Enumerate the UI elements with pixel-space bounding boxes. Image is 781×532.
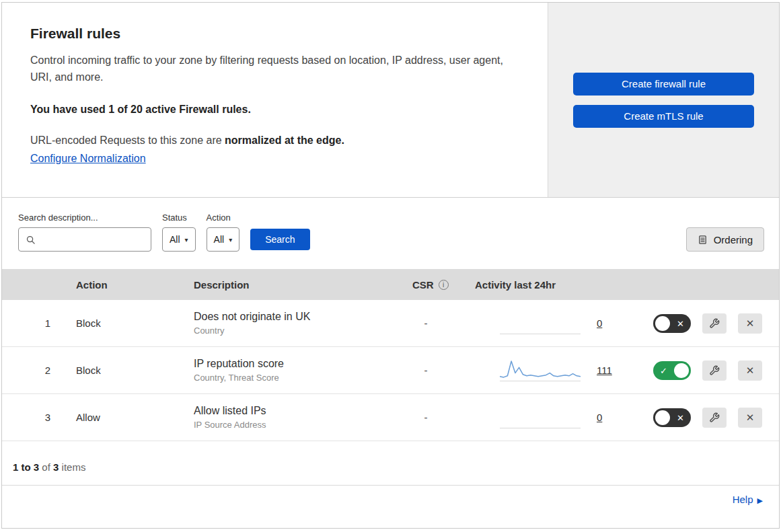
pagination-summary: 1 to 3 of 3 items	[2, 441, 779, 486]
normalization-bold: normalized at the edge.	[225, 135, 344, 146]
header-text-block: Firewall rules Control incoming traffic …	[2, 3, 548, 197]
ordering-button[interactable]: Ordering	[686, 227, 764, 252]
rule-criteria: Country, Threat Score	[194, 373, 396, 383]
firewall-rules-card: Firewall rules Control incoming traffic …	[1, 2, 780, 529]
help-link[interactable]: Help▶	[733, 494, 763, 505]
rule-activity-cell: 0	[456, 312, 624, 334]
close-icon: ✕	[746, 365, 755, 377]
wrench-icon	[709, 318, 720, 329]
rule-action: Allow	[63, 412, 180, 423]
toggle-knob	[655, 316, 670, 331]
rule-enabled-toggle[interactable]: ✕	[653, 408, 691, 427]
search-box[interactable]	[18, 227, 151, 252]
activity-sparkline	[500, 406, 581, 428]
chevron-down-icon: ▾	[229, 236, 232, 243]
rule-description: Allow listed IPs	[194, 405, 396, 417]
items-of-text: of	[39, 461, 53, 473]
action-filter-group: Action All ▾	[207, 213, 240, 252]
create-firewall-rule-button[interactable]: Create firewall rule	[573, 73, 754, 96]
help-arrow-icon: ▶	[757, 496, 763, 504]
rule-csr: -	[396, 317, 456, 329]
toggle-state-icon: ✕	[677, 319, 684, 328]
column-header-description: Description	[180, 279, 396, 291]
rule-description-cell: Does not originate in UK Country	[180, 311, 396, 336]
normalization-note: URL-encoded Requests to this zone are no…	[30, 135, 521, 147]
wrench-icon	[709, 365, 720, 376]
table-row: 1 Block Does not originate in UK Country…	[2, 300, 779, 347]
rule-enabled-toggle[interactable]: ✓	[653, 361, 691, 380]
activity-sparkline	[500, 312, 581, 334]
close-icon: ✕	[746, 412, 755, 424]
activity-count-link[interactable]: 0	[597, 317, 602, 329]
filter-bar: Search description... Status All ▾ Actio…	[2, 198, 779, 269]
search-group: Search description...	[18, 213, 151, 252]
activity-count-link[interactable]: 111	[597, 365, 612, 376]
edit-rule-button[interactable]	[702, 313, 727, 334]
rule-criteria: IP Source Address	[194, 420, 396, 430]
chevron-down-icon: ▾	[185, 236, 188, 243]
column-header-activity: Activity last 24hr	[456, 279, 624, 291]
header-actions-panel: Create firewall rule Create mTLS rule	[548, 3, 779, 197]
rule-activity-cell: 0	[456, 406, 624, 428]
search-input[interactable]	[40, 233, 144, 245]
close-icon: ✕	[746, 317, 755, 330]
status-dropdown-value: All	[170, 234, 180, 245]
column-header-action: Action	[63, 279, 180, 291]
rule-priority: 1	[2, 317, 63, 329]
csr-header-label: CSR	[412, 279, 434, 291]
rule-action: Block	[63, 365, 180, 376]
rule-csr: -	[396, 412, 456, 423]
search-button[interactable]: Search	[250, 229, 309, 250]
rule-priority: 2	[2, 365, 63, 376]
usage-summary: You have used 1 of 20 active Firewall ru…	[30, 104, 521, 116]
toggle-state-icon: ✓	[660, 366, 667, 375]
edit-rule-button[interactable]	[702, 360, 727, 381]
rule-description-cell: Allow listed IPs IP Source Address	[180, 405, 396, 430]
page-title: Firewall rules	[30, 26, 521, 42]
status-filter-group: Status All ▾	[162, 213, 196, 252]
activity-count-link[interactable]: 0	[597, 412, 602, 423]
create-mtls-rule-button[interactable]: Create mTLS rule	[573, 105, 754, 128]
search-icon	[26, 235, 36, 245]
rule-csr: -	[396, 365, 456, 376]
status-dropdown[interactable]: All ▾	[162, 227, 196, 252]
table-header: Action Description CSR i Activity last 2…	[2, 269, 779, 300]
rule-action: Block	[63, 317, 180, 329]
items-range: 1 to 3	[13, 461, 39, 473]
rule-description: Does not originate in UK	[194, 311, 396, 323]
delete-rule-button[interactable]: ✕	[738, 313, 762, 334]
info-icon[interactable]: i	[439, 280, 449, 290]
help-link-label: Help	[733, 494, 753, 505]
rule-controls: ✕ ✕	[624, 408, 779, 428]
delete-rule-button[interactable]: ✕	[738, 360, 762, 381]
rule-activity-cell: 111	[456, 359, 624, 381]
rule-priority: 3	[2, 412, 63, 423]
rule-controls: ✓ ✕	[624, 360, 779, 381]
action-dropdown[interactable]: All ▾	[207, 227, 240, 252]
rule-criteria: Country	[194, 326, 396, 336]
table-row: 2 Block IP reputation score Country, Thr…	[2, 347, 779, 394]
action-label: Action	[207, 213, 240, 223]
toggle-knob	[655, 410, 670, 425]
configure-normalization-link[interactable]: Configure Normalization	[30, 153, 146, 164]
edit-rule-button[interactable]	[702, 408, 727, 428]
header-section: Firewall rules Control incoming traffic …	[2, 3, 779, 198]
normalization-prefix: URL-encoded Requests to this zone are	[30, 135, 225, 146]
column-header-csr: CSR i	[396, 279, 456, 291]
ordering-icon	[698, 235, 708, 245]
activity-sparkline	[500, 359, 581, 381]
rule-enabled-toggle[interactable]: ✕	[653, 314, 691, 333]
table-row: 3 Allow Allow listed IPs IP Source Addre…	[2, 394, 779, 441]
ordering-button-label: Ordering	[714, 234, 753, 245]
items-label: items	[59, 461, 85, 473]
toggle-knob	[674, 363, 689, 378]
search-label: Search description...	[18, 213, 151, 223]
action-dropdown-value: All	[214, 234, 225, 245]
rule-controls: ✕ ✕	[624, 313, 779, 334]
page-description: Control incoming traffic to your zone by…	[30, 52, 521, 86]
wrench-icon	[709, 412, 720, 423]
toggle-state-icon: ✕	[677, 413, 684, 422]
delete-rule-button[interactable]: ✕	[738, 408, 762, 428]
help-bar: Help▶	[2, 486, 779, 515]
status-label: Status	[162, 213, 196, 223]
